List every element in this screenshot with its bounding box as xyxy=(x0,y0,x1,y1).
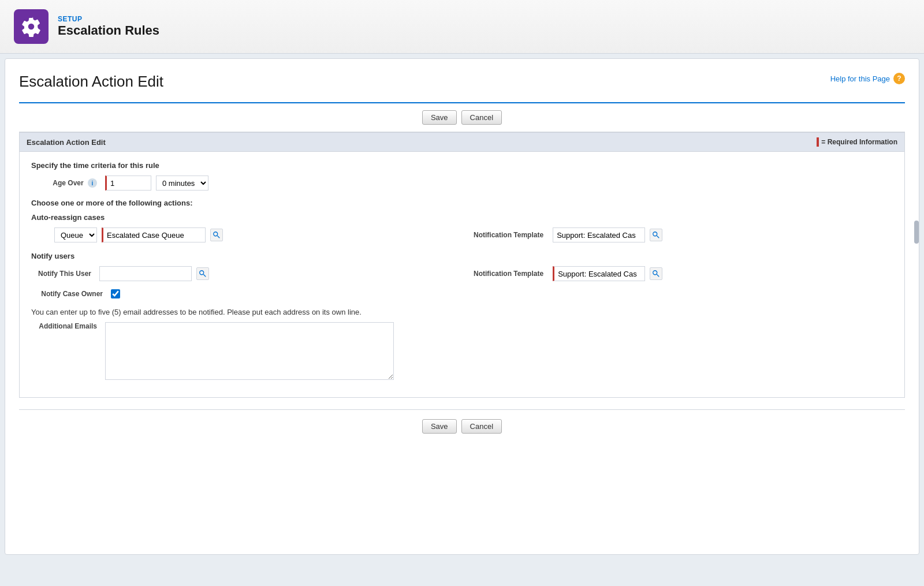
notify-left: Notify This User xyxy=(31,266,450,281)
app-header: SETUP Escalation Rules xyxy=(0,0,924,54)
help-link[interactable]: Help for this Page ? xyxy=(830,73,905,84)
save-button-top[interactable]: Save xyxy=(422,110,457,125)
age-over-label: Age Over i xyxy=(31,178,100,188)
section-header: Escalation Action Edit = Required Inform… xyxy=(20,133,904,152)
required-info: = Required Information xyxy=(817,137,897,147)
additional-emails-label: Additional Emails xyxy=(31,322,100,330)
svg-point-0 xyxy=(214,232,218,236)
cancel-button-top[interactable]: Cancel xyxy=(461,110,502,125)
actions-label: Choose one or more of the following acti… xyxy=(31,199,893,207)
notify-case-owner-checkbox[interactable] xyxy=(111,289,120,298)
age-over-row: Age Over i 0 minutes 1 hour 2 hours 4 ho… xyxy=(31,176,893,191)
required-bar xyxy=(817,137,819,147)
bottom-toolbar: Save Cancel xyxy=(19,409,905,438)
info-icon[interactable]: i xyxy=(88,178,97,188)
age-over-input[interactable] xyxy=(105,176,151,191)
notification-template-input-1[interactable] xyxy=(553,227,645,242)
notification-template-input-2[interactable] xyxy=(553,266,645,281)
auto-reassign-row: Queue User Notification Template xyxy=(31,227,893,242)
queue-select-wrapper: Queue User xyxy=(31,227,97,242)
notify-users-row: Notify This User Notification Template xyxy=(31,266,893,281)
page-heading-row: Escalation Action Edit Help for this Pag… xyxy=(19,73,905,91)
queue-select[interactable]: Queue User xyxy=(54,227,97,242)
svg-line-3 xyxy=(657,236,659,238)
auto-reassign-left: Queue User xyxy=(31,227,450,242)
save-button-bottom[interactable]: Save xyxy=(422,419,457,434)
additional-emails-info: You can enter up to five (5) email addre… xyxy=(31,308,893,316)
section-title: Escalation Action Edit xyxy=(27,138,106,147)
notify-this-user-input[interactable] xyxy=(99,266,192,281)
app-icon xyxy=(14,9,49,44)
scroll-indicator xyxy=(914,221,919,244)
svg-line-1 xyxy=(217,236,219,238)
page-heading: Escalation Action Edit xyxy=(19,73,163,91)
notify-users-label: Notify users xyxy=(31,252,893,260)
time-criteria-label: Specify the time criteria for this rule xyxy=(31,161,893,170)
svg-line-5 xyxy=(203,274,206,277)
additional-emails-row: Additional Emails xyxy=(31,322,893,380)
header-text: SETUP Escalation Rules xyxy=(58,15,159,38)
auto-reassign-label: Auto-reassign cases xyxy=(31,213,893,222)
auto-reassign-right: Notification Template xyxy=(450,227,893,242)
age-over-unit-select[interactable]: 0 minutes 1 hour 2 hours 4 hours 8 hours… xyxy=(156,176,208,191)
section-panel: Escalation Action Edit = Required Inform… xyxy=(19,132,905,398)
svg-point-4 xyxy=(200,271,204,275)
notify-this-user-label: Notify This User xyxy=(31,270,95,278)
top-toolbar: Save Cancel xyxy=(19,103,905,132)
help-link-text: Help for this Page xyxy=(830,74,890,83)
svg-line-7 xyxy=(657,274,659,277)
notify-case-owner-label: Notify Case Owner xyxy=(31,290,106,298)
svg-point-6 xyxy=(653,271,657,275)
notify-right: Notification Template xyxy=(450,266,893,281)
required-label: = Required Information xyxy=(821,138,897,146)
page-content: Escalation Action Edit Help for this Pag… xyxy=(5,58,919,555)
page-title: Escalation Rules xyxy=(58,23,159,38)
help-icon: ? xyxy=(893,73,905,84)
notification-lookup-button-2[interactable] xyxy=(650,267,662,280)
notify-user-lookup-button[interactable] xyxy=(196,267,209,280)
notification-lookup-button-1[interactable] xyxy=(650,229,662,241)
queue-lookup-button[interactable] xyxy=(210,229,223,241)
svg-point-2 xyxy=(653,232,657,236)
section-body: Specify the time criteria for this rule … xyxy=(20,152,904,397)
notification-template-label-2: Notification Template xyxy=(474,270,543,278)
additional-emails-textarea[interactable] xyxy=(105,322,394,380)
setup-label: SETUP xyxy=(58,15,159,23)
notification-template-label-1: Notification Template xyxy=(474,231,543,239)
cancel-button-bottom[interactable]: Cancel xyxy=(461,419,502,434)
notify-case-owner-row: Notify Case Owner xyxy=(31,289,893,298)
escalated-case-queue-input[interactable] xyxy=(102,227,206,242)
gear-icon xyxy=(21,16,42,37)
